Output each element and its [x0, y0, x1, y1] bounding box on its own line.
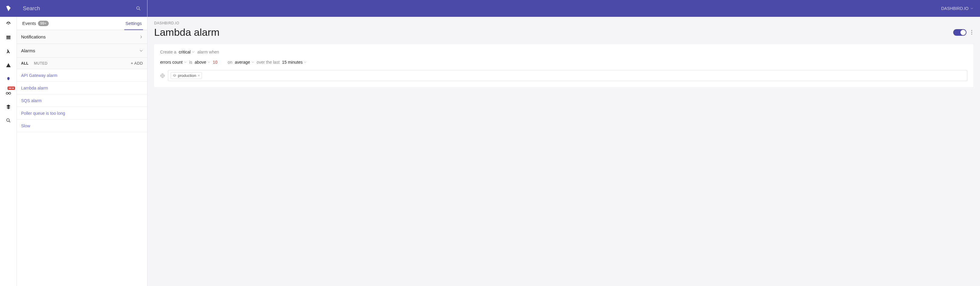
lambda-icon	[6, 49, 11, 54]
tab-events[interactable]: Events 99+	[21, 17, 50, 30]
svg-point-6	[137, 6, 139, 9]
chevron-down-icon	[139, 49, 143, 52]
remove-tag-button[interactable]: ×	[198, 73, 200, 78]
filter-all[interactable]: ALL	[21, 61, 29, 65]
text-on: on	[228, 60, 233, 65]
target-tags-input[interactable]: production ×	[168, 70, 967, 81]
nav-dashboard[interactable]	[0, 17, 17, 31]
severity-dropdown[interactable]: critical	[179, 50, 195, 54]
nav-observability[interactable]: NEW	[0, 86, 17, 100]
main: DASHBIRD.IO Lambda alarm Create a critic…	[148, 0, 980, 286]
chevron-down-icon	[251, 61, 255, 64]
chevron-down-icon	[304, 61, 307, 64]
target-row: production ×	[160, 70, 967, 81]
alarm-item-1[interactable]: Lambda alarm	[17, 82, 147, 94]
window-value: 15 minutes	[282, 60, 302, 65]
alarm-item-2[interactable]: SQS alarm	[17, 94, 147, 107]
title-row: Lambda alarm	[154, 27, 974, 38]
page-title: Lambda alarm	[154, 27, 220, 38]
svg-point-7	[161, 74, 164, 77]
nav-insights[interactable]	[0, 72, 17, 86]
topbar: DASHBIRD.IO	[148, 0, 980, 17]
tab-settings[interactable]: Settings	[124, 17, 143, 30]
icon-rail: NEW	[0, 0, 17, 286]
alarms-filter-row: ALL MUTED + ADD	[17, 58, 147, 69]
target-tag-label: production	[178, 73, 196, 78]
svg-point-4	[8, 92, 11, 94]
org-name: DASHBIRD.IO	[941, 6, 969, 11]
new-badge: NEW	[8, 87, 15, 90]
nav-resources[interactable]	[0, 31, 17, 44]
sidebar: Events 99+ Settings Notifications Alarms…	[17, 0, 148, 286]
section-notifications[interactable]: Notifications	[17, 30, 147, 44]
metric-value: errors count	[160, 60, 183, 65]
events-count-badge: 99+	[38, 21, 49, 26]
svg-point-5	[6, 119, 10, 122]
nav-search[interactable]	[0, 114, 17, 127]
logo[interactable]	[0, 0, 17, 17]
text-over: over the last	[257, 60, 280, 65]
alarm-enabled-toggle[interactable]	[953, 29, 966, 36]
alarm-config-card: Create a critical alarm when errors coun…	[154, 44, 974, 87]
target-icon	[160, 73, 165, 78]
section-alarms[interactable]: Alarms	[17, 44, 147, 58]
warning-icon	[6, 63, 11, 68]
text-create-a: Create a	[160, 50, 177, 54]
severity-value: critical	[179, 50, 191, 54]
svg-point-8	[162, 75, 163, 76]
filter-muted[interactable]: MUTED	[34, 61, 48, 65]
chevron-down-icon	[184, 61, 187, 64]
glasses-icon	[5, 90, 11, 96]
tab-settings-label: Settings	[126, 21, 142, 26]
bird-icon	[5, 5, 12, 12]
search-input[interactable]	[23, 5, 136, 12]
nav-lambda[interactable]	[0, 44, 17, 58]
chevron-down-icon	[192, 51, 195, 54]
config-line-1: Create a critical alarm when	[160, 50, 967, 54]
text-is: is	[189, 60, 192, 65]
more-menu-button[interactable]	[970, 29, 974, 36]
aggregation-value: average	[235, 60, 250, 65]
window-dropdown[interactable]: 15 minutes	[282, 60, 307, 65]
layers-icon	[6, 104, 11, 109]
breadcrumb: DASHBIRD.IO	[154, 21, 974, 25]
svg-point-3	[6, 92, 8, 94]
aggregation-dropdown[interactable]: average	[235, 60, 255, 65]
gauge-icon	[5, 21, 11, 27]
add-alarm-button[interactable]: + ADD	[131, 61, 143, 65]
threshold-value[interactable]: 10	[213, 60, 218, 65]
nav-alerts[interactable]	[0, 58, 17, 72]
server-icon	[6, 35, 11, 40]
search-icon	[6, 118, 11, 123]
svg-rect-0	[6, 36, 11, 37]
target-tag: production ×	[171, 72, 202, 79]
svg-rect-1	[6, 37, 11, 38]
chevron-down-icon	[970, 7, 974, 10]
layers-icon	[173, 74, 177, 77]
search-bar	[17, 0, 147, 17]
search-icon[interactable]	[136, 6, 141, 11]
alarm-item-3[interactable]: Poller queue is too long	[17, 107, 147, 120]
chevron-right-icon	[139, 35, 143, 39]
tab-events-label: Events	[22, 21, 36, 26]
chevron-down-icon	[207, 61, 210, 64]
svg-rect-2	[6, 39, 11, 40]
alarm-item-4[interactable]: Slow	[17, 120, 147, 132]
org-switcher[interactable]: DASHBIRD.IO	[941, 6, 974, 11]
section-alarms-label: Alarms	[21, 48, 35, 53]
comparator-dropdown[interactable]: above	[195, 60, 210, 65]
config-line-2: errors count is above 10 on average over…	[160, 60, 967, 65]
bulb-icon	[6, 77, 11, 81]
alarm-item-0[interactable]: API Gateway alarm	[17, 69, 147, 82]
nav-layers[interactable]	[0, 100, 17, 114]
section-notifications-label: Notifications	[21, 34, 46, 40]
metric-dropdown[interactable]: errors count	[160, 60, 187, 65]
text-alarm-when: alarm when	[197, 50, 219, 54]
comparator-value: above	[195, 60, 206, 65]
title-actions	[953, 29, 974, 36]
sidebar-tabs: Events 99+ Settings	[17, 17, 147, 30]
